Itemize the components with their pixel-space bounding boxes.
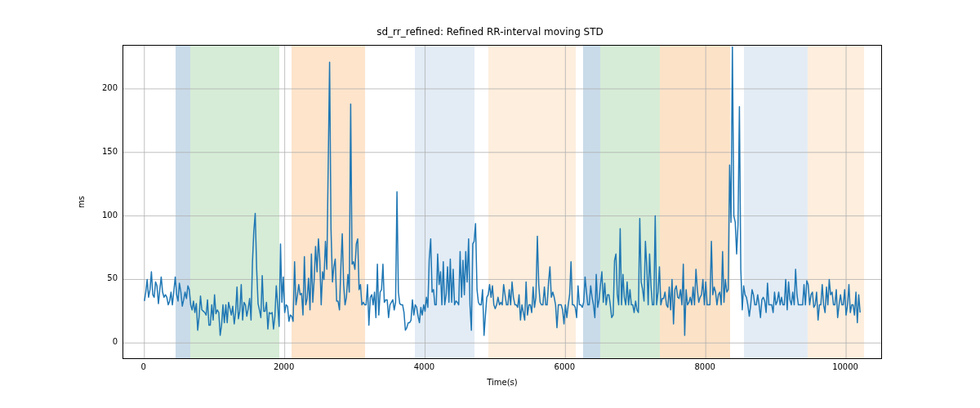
series-line [145, 47, 860, 335]
x-tick: 10000 [829, 362, 862, 371]
y-axis-label: ms [77, 45, 88, 359]
y-tick: 150 [102, 147, 118, 156]
x-axis-label: Time(s) [122, 378, 882, 387]
y-tick: 100 [102, 211, 118, 220]
figure: sd_rr_refined: Refined RR-interval movin… [0, 0, 980, 408]
y-tick: 200 [102, 83, 118, 92]
x-tick: 6000 [548, 362, 581, 371]
x-tick: 4000 [408, 362, 440, 371]
chart-axes [122, 45, 882, 359]
x-tick: 0 [127, 362, 160, 371]
grid-lines [123, 46, 881, 358]
y-tick: 0 [113, 337, 118, 346]
x-tick: 2000 [268, 362, 301, 371]
x-tick: 8000 [688, 362, 721, 371]
chart-title: sd_rr_refined: Refined RR-interval movin… [0, 26, 980, 38]
y-tick: 50 [107, 273, 118, 282]
plot-svg [123, 46, 881, 358]
